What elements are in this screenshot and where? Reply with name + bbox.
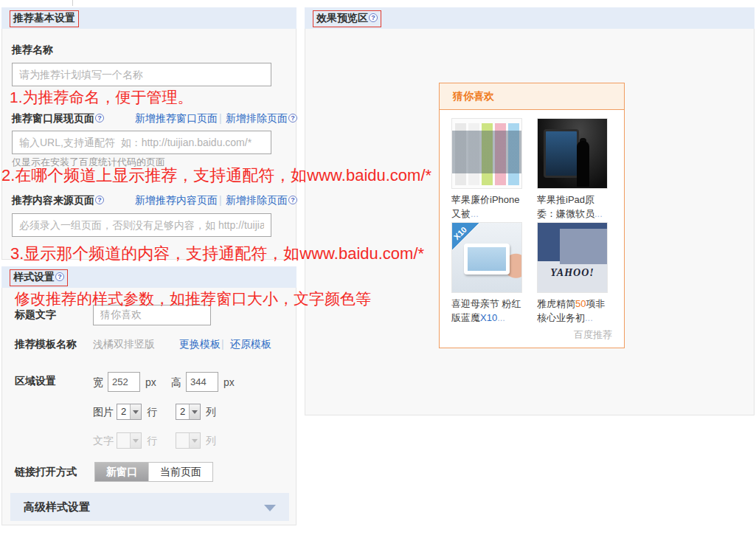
photo-text: YAHOO! — [538, 267, 607, 279]
basic-settings-title-text: 推荐基本设置 — [13, 12, 75, 24]
restore-template-link[interactable]: 还原模板 — [230, 338, 271, 351]
caption-segment: ... — [585, 312, 593, 323]
preview-widget-card: 猜你喜欢 苹果廉价iPhone又被...苹果推iPad原委：嫌微软员...X10… — [439, 83, 625, 348]
preview-item-caption: 苹果推iPad原委：嫌微软员... — [537, 193, 614, 222]
preview-panel-title-text: 效果预览区 — [316, 12, 368, 24]
style-settings-title: 样式设置? — [10, 269, 68, 286]
height-unit: px — [223, 376, 235, 388]
preview-item[interactable]: X10喜迎母亲节 粉红版蓝魔X10... — [451, 222, 528, 326]
link-separator: | — [219, 112, 222, 124]
add-exclude-page-link[interactable]: 新增排除页面? — [226, 112, 297, 125]
change-template-link[interactable]: 更换模板 — [179, 338, 221, 351]
rows-unit: 行 — [147, 406, 157, 419]
photo-text: X10 — [452, 225, 468, 241]
recommendation-name-label: 推荐名称 — [12, 44, 53, 57]
caption-segment: ... — [497, 312, 505, 323]
link-open-mode-switch: 新窗口 当前页面 — [94, 462, 213, 482]
add-source-page-link[interactable]: 新增推荐内容页面 — [135, 194, 218, 207]
width-input[interactable] — [108, 372, 140, 392]
advanced-style-settings-bar[interactable]: 高级样式设置 — [10, 493, 289, 521]
image-cols-select[interactable]: 2 — [176, 404, 201, 420]
preview-item-caption: 喜迎母亲节 粉红版蓝魔X10... — [451, 297, 528, 326]
yahoo-building-thumbnail: YAHOO! — [537, 222, 608, 293]
text-cols-select — [176, 432, 201, 449]
text-cols-value — [176, 433, 189, 448]
display-pages-label: 推荐窗口展现页面? — [12, 112, 104, 125]
ipad-keynote-thumbnail — [537, 118, 608, 189]
style-settings-title-text: 样式设置 — [13, 271, 55, 283]
chevron-down-icon — [264, 505, 276, 517]
link-separator: | — [219, 194, 222, 206]
annotation-note-1: 1.为推荐命名，便于管理。 — [10, 87, 193, 108]
help-icon[interactable]: ? — [288, 114, 297, 122]
baidu-recommend-watermark: 百度推荐 — [574, 328, 612, 342]
preview-panel-title: 效果预览区? — [313, 10, 381, 27]
recommendation-name-input[interactable] — [12, 63, 271, 86]
preview-items: 苹果廉价iPhone又被...苹果推iPad原委：嫌微软员...X10喜迎母亲节… — [440, 110, 624, 326]
width-label: 宽 — [93, 376, 103, 390]
style-settings-header: 样式设置? — [1, 266, 296, 288]
new-window-button[interactable]: 新窗口 — [95, 463, 148, 481]
caption-segment: 50 — [575, 298, 586, 309]
advanced-style-settings-label: 高级样式设置 — [24, 500, 90, 514]
source-pages-label: 推荐内容来源页面? — [12, 194, 104, 207]
add-exclude-page-link-2-text: 新增排除页面 — [226, 194, 288, 206]
image-cols-value: 2 — [176, 404, 189, 419]
display-pages-label-text: 推荐窗口展现页面 — [12, 112, 94, 124]
link-open-mode-label: 链接打开方式 — [15, 466, 77, 479]
height-input[interactable] — [186, 372, 218, 392]
template-name-value: 浅橘双排竖版 — [93, 338, 155, 351]
template-name-label: 推荐模板名称 — [15, 338, 77, 351]
recommendation-settings-page: 推荐基本设置 推荐名称 1.为推荐命名，便于管理。 推荐窗口展现页面? 新增推荐… — [0, 0, 756, 535]
chevron-down-icon — [130, 433, 141, 448]
text-rows-value — [117, 433, 130, 448]
display-pages-url-input[interactable] — [12, 131, 271, 154]
link-separator: | — [221, 338, 224, 350]
image-rows-select[interactable]: 2 — [117, 404, 142, 420]
preview-item-caption: 苹果廉价iPhone又被... — [451, 193, 528, 222]
text-rows-select — [117, 432, 142, 449]
rows-unit-disabled: 行 — [147, 435, 157, 448]
caption-segment: 苹果推iPad原委：嫌微软员 — [537, 194, 594, 219]
annotation-note-4: 修改推荐的样式参数，如推荐窗口大小，文字颜色等 — [15, 289, 371, 309]
help-icon[interactable]: ? — [95, 196, 104, 204]
width-unit: px — [145, 376, 156, 388]
help-icon[interactable]: ? — [288, 196, 297, 204]
help-icon[interactable]: ? — [369, 13, 378, 22]
basic-settings-title: 推荐基本设置 — [10, 10, 79, 27]
caption-segment: 苹果廉价iPhone又被 — [451, 194, 519, 219]
annotation-note-3: 3.显示那个频道的内容，支持通配符，如www.baidu.com/* — [10, 243, 424, 265]
image-grid-label: 图片 — [93, 406, 114, 419]
x10-tablet-thumbnail: X10 — [451, 222, 522, 293]
caption-segment: ... — [594, 208, 603, 219]
source-pages-label-text: 推荐内容来源页面 — [12, 194, 94, 206]
height-label: 高 — [171, 376, 181, 390]
preview-card-header: 猜你喜欢 — [440, 83, 624, 110]
caption-segment: 雅虎精简 — [537, 298, 575, 309]
chevron-down-icon[interactable] — [189, 404, 200, 419]
area-settings-label: 区域设置 — [15, 375, 56, 388]
cols-unit-disabled: 列 — [206, 435, 216, 448]
iphone-5c-lineup-thumbnail — [451, 118, 522, 189]
add-exclude-page-link-text: 新增排除页面 — [226, 112, 288, 124]
preview-item[interactable]: 苹果推iPad原委：嫌微软员... — [537, 118, 614, 222]
preview-item[interactable]: 苹果廉价iPhone又被... — [451, 118, 528, 222]
add-exclude-page-link-2[interactable]: 新增排除页面? — [226, 194, 297, 207]
help-icon[interactable]: ? — [55, 272, 64, 281]
add-display-page-link[interactable]: 新增推荐窗口页面 — [135, 112, 218, 125]
help-icon[interactable]: ? — [95, 114, 104, 122]
annotation-note-2: 2.在哪个频道上显示推荐，支持通配符，如www.baidu.com/* — [1, 165, 431, 187]
preview-item-caption: 雅虎精简50项非核心业务初... — [537, 297, 614, 326]
title-text-label: 标题文字 — [15, 308, 56, 322]
cols-unit: 列 — [206, 406, 216, 419]
caption-segment: X10 — [480, 312, 497, 323]
chevron-down-icon — [189, 433, 200, 448]
source-pages-url-input[interactable] — [12, 213, 271, 237]
image-rows-value: 2 — [117, 404, 130, 419]
top-divider-tick — [72, 0, 73, 6]
chevron-down-icon[interactable] — [130, 404, 141, 419]
text-grid-label: 文字 — [93, 435, 114, 448]
preview-item[interactable]: YAHOO!雅虎精简50项非核心业务初... — [537, 222, 614, 326]
current-page-button[interactable]: 当前页面 — [148, 463, 212, 481]
basic-settings-header: 推荐基本设置 — [1, 7, 296, 29]
